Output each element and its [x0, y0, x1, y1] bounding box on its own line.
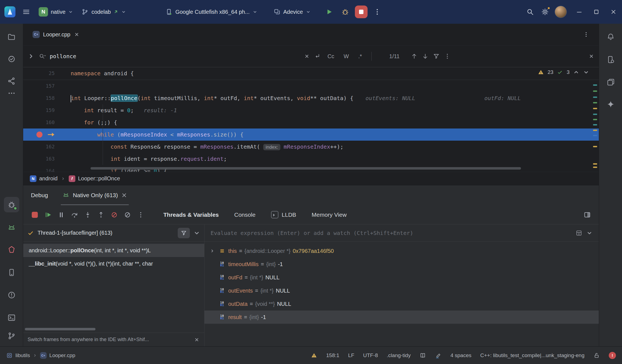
minimize-button[interactable]: [571, 0, 588, 24]
device-selector[interactable]: Google Cuttlefish x86_64 ph...: [162, 4, 261, 20]
error-badge[interactable]: !: [609, 352, 616, 359]
variable-outData[interactable]: 1001outData = {void **} NULL: [204, 297, 599, 311]
tab-close-icon[interactable]: [74, 31, 80, 38]
stripe-mark[interactable]: [593, 119, 597, 120]
code-line-157[interactable]: 157: [23, 80, 599, 92]
code-line-162[interactable]: 162 const Response& response = mResponse…: [23, 141, 599, 153]
lock-button[interactable]: [593, 352, 600, 359]
tab-lldb[interactable]: LLDB: [271, 211, 296, 218]
frames-horizontal-scrollbar[interactable]: [25, 328, 95, 330]
pause-button[interactable]: [55, 209, 67, 221]
thread-filter-icon[interactable]: [178, 228, 190, 238]
gutter[interactable]: 164: [23, 165, 71, 172]
variable-outFd[interactable]: 1001outFd = {int *} NULL: [204, 271, 599, 284]
whole-words-toggle[interactable]: W: [341, 52, 352, 61]
evaluate-expression-bar[interactable]: Evaluate expression (Enter) or add a wat…: [204, 224, 599, 242]
stripe-mark[interactable]: [593, 167, 597, 168]
close-find-bar-icon[interactable]: [588, 53, 594, 59]
inspections-widget[interactable]: 23 3: [538, 69, 589, 76]
indent-widget[interactable]: 4 spaces: [450, 352, 471, 358]
code-line-158[interactable]: 158int Looper::pollOnce(int timeoutMilli…: [23, 92, 599, 104]
toolchain-widget[interactable]: C++: libutils_test_compile|...unk_stagin…: [480, 352, 584, 358]
stack-frame[interactable]: __libc_init(void *, void (*)(), int (*)(…: [23, 257, 204, 270]
step-over-button[interactable]: [68, 209, 81, 221]
layout-inspector-button[interactable]: [603, 74, 618, 90]
gutter[interactable]: 163: [23, 153, 71, 165]
code-highlight-button[interactable]: [435, 352, 442, 359]
clang-tidy-widget[interactable]: .clang-tidy: [387, 352, 411, 358]
more-tools-button[interactable]: [4, 85, 19, 101]
close-session-icon[interactable]: [121, 192, 127, 198]
tab-threads-variables[interactable]: Threads & Variables: [163, 212, 219, 218]
editor-horizontal-scrollbar[interactable]: [91, 167, 521, 170]
breakpoint-icon[interactable]: [36, 132, 42, 138]
resume-button[interactable]: [42, 209, 54, 221]
editor-options-icon[interactable]: [581, 29, 592, 40]
terminal-tool-button[interactable]: [4, 310, 19, 325]
gutter[interactable]: 158: [23, 92, 71, 104]
code-line-159[interactable]: 159 int result = 0;result: -1: [23, 104, 599, 116]
next-problem-icon[interactable]: [583, 69, 589, 76]
user-avatar[interactable]: [555, 6, 567, 18]
code-line-163[interactable]: 163 int ident = response.request.ident;: [23, 153, 599, 165]
close-hint-icon[interactable]: [194, 337, 200, 343]
gutter[interactable]: 25: [23, 67, 71, 80]
line-separator[interactable]: LF: [348, 352, 354, 358]
gutter[interactable]: 160: [23, 116, 71, 129]
breadcrumb-namespace[interactable]: N android: [30, 175, 58, 182]
variable-this[interactable]: this = {android::Looper *} 0x7967aa146f5…: [204, 244, 599, 258]
regex-toggle[interactable]: .*: [355, 52, 365, 61]
expand-replace-icon[interactable]: [28, 53, 35, 60]
vcs-branch-widget[interactable]: codelab: [78, 4, 129, 20]
stripe-mark[interactable]: [593, 163, 597, 165]
more-actions-button[interactable]: [370, 4, 385, 19]
file-breadcrumb[interactable]: Looper.cpp: [49, 352, 75, 358]
new-watch-icon[interactable]: [576, 230, 582, 236]
close-button[interactable]: [605, 0, 622, 24]
match-case-toggle[interactable]: Cc: [325, 52, 337, 61]
logcat-tool-button[interactable]: [4, 220, 19, 235]
gutter[interactable]: [23, 129, 71, 141]
debug-tool-button[interactable]: [4, 197, 19, 212]
stripe-mark[interactable]: [593, 114, 597, 115]
reader-mode-button[interactable]: [419, 352, 426, 359]
gemini-button[interactable]: [603, 97, 618, 112]
problems-tool-button[interactable]: [4, 287, 19, 303]
stack-frame[interactable]: android::Looper::pollOnce(int, int *, in…: [23, 244, 204, 257]
view-breakpoints-button[interactable]: [121, 209, 134, 221]
notifications-button[interactable]: [603, 29, 618, 45]
thread-selector[interactable]: Thread-1-[surfaceflinger] (613): [23, 224, 204, 242]
commit-tool-button[interactable]: [4, 51, 19, 67]
caret-position[interactable]: 158:1: [326, 352, 339, 358]
next-occurrence-icon[interactable]: [422, 53, 429, 60]
code-line-161[interactable]: while (mResponseIndex < mResponses.size(…: [23, 129, 599, 141]
clear-search-icon[interactable]: [304, 53, 310, 59]
mute-breakpoints-button[interactable]: [108, 209, 120, 221]
settings-button[interactable]: [538, 4, 552, 19]
stripe-mark[interactable]: [593, 108, 597, 109]
app-quality-insights-button[interactable]: [4, 242, 19, 258]
search-input[interactable]: pollonce: [50, 53, 300, 60]
variable-timeoutMillis[interactable]: 1001timeoutMillis = {int} -1: [204, 258, 599, 271]
stripe-mark[interactable]: [593, 97, 597, 98]
variable-result[interactable]: 1001result = {int} -1: [204, 311, 599, 324]
tab-memory-view[interactable]: Memory View: [312, 212, 347, 218]
maximize-button[interactable]: [588, 0, 605, 24]
step-out-button[interactable]: [95, 209, 107, 221]
evaluate-dropdown-icon[interactable]: [586, 230, 593, 236]
step-into-button[interactable]: [82, 209, 94, 221]
stripe-mark[interactable]: [593, 146, 597, 147]
device-manager-button[interactable]: [603, 52, 618, 67]
debug-button[interactable]: [338, 4, 353, 19]
layout-settings-button[interactable]: [581, 209, 593, 221]
main-menu-button[interactable]: [19, 4, 34, 19]
project-tool-button[interactable]: [4, 29, 19, 45]
stripe-mark[interactable]: [593, 90, 597, 92]
previous-problem-icon[interactable]: [573, 69, 580, 76]
stripe-mark[interactable]: [593, 102, 597, 103]
tab-console[interactable]: Console: [234, 212, 256, 218]
run-configuration-selector[interactable]: Adevice: [270, 4, 314, 20]
breadcrumb-function[interactable]: f Looper::pollOnce: [69, 175, 120, 182]
stripe-mark[interactable]: [593, 135, 597, 136]
running-devices-button[interactable]: [4, 265, 19, 280]
